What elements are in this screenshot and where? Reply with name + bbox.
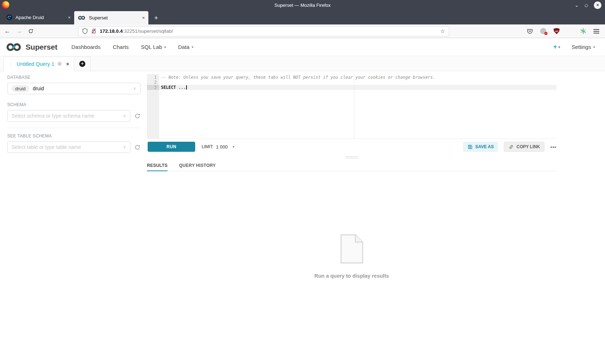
plus-icon: + — [553, 43, 557, 51]
sqllab-sidebar: DATABASE druid druid ∨ SCHEMA Select sch… — [4, 71, 140, 153]
print-margin-line — [354, 74, 354, 138]
shield-icon[interactable] — [82, 28, 88, 34]
nav-label: Dashboards — [71, 44, 100, 50]
drag-handle-icon[interactable]: ⋮ — [9, 61, 13, 67]
run-button[interactable]: RUN — [148, 142, 195, 152]
brand-name: Superset — [26, 43, 57, 51]
nav-label: Data — [178, 44, 190, 50]
results-tab-bar: RESULTS QUERY HISTORY — [147, 160, 556, 171]
query-tab-untitled-query-1[interactable]: ⋮ Untitled Query 1 × — [4, 56, 74, 71]
cookie-extension-icon[interactable] — [567, 28, 573, 34]
browser-tab-superset[interactable]: Superset × — [74, 11, 148, 24]
database-select[interactable]: druid druid ∨ — [7, 83, 140, 94]
firefox-logo-icon — [2, 1, 9, 9]
new-object-button[interactable]: + ▾ — [553, 43, 560, 51]
browser-tab-label: Apache Druid — [15, 15, 44, 20]
window-title: Superset — Mozilla Firefox — [0, 3, 605, 8]
database-label: DATABASE — [7, 75, 140, 80]
close-icon[interactable]: × — [142, 15, 145, 21]
pane-resize-divider[interactable] — [147, 155, 556, 160]
sql-editor-pane: 1 2 3 -- Note: Unless you save your quer… — [147, 71, 556, 279]
text-cursor — [186, 85, 187, 90]
nav-dashboards[interactable]: Dashboards — [71, 44, 100, 50]
sql-code-editor[interactable]: 1 2 3 -- Note: Unless you save your quer… — [147, 74, 556, 139]
forward-button: → — [16, 28, 22, 35]
firefox-titlebar: Superset — Mozilla Firefox ⌄ ◇ × — [0, 0, 605, 10]
close-icon[interactable]: × — [68, 15, 71, 20]
line-number: 2 — [147, 80, 159, 85]
toolbar-right: SAVE AS COPY LINK ••• — [463, 142, 556, 152]
line-number: 1 — [147, 75, 159, 80]
tab-query-history[interactable]: QUERY HISTORY — [179, 160, 216, 171]
refresh-schemas-icon[interactable] — [134, 113, 140, 119]
reload-icon[interactable] — [28, 28, 33, 34]
browser-tab-apache-druid[interactable]: Apache Druid × — [3, 11, 74, 23]
pocket-icon[interactable] — [527, 28, 533, 34]
table-placeholder: Select table or type table name — [12, 144, 81, 150]
editor-gutter: 1 2 3 — [147, 74, 159, 138]
database-badge: druid — [12, 85, 29, 92]
extension-disabled-icon[interactable]: × — [540, 28, 546, 34]
address-bar[interactable]: 172.18.0.4:32251/superset/sqllab/ ☆ — [78, 26, 449, 36]
copy-link-label: COPY LINK — [516, 144, 540, 149]
extension-error-badge: × — [544, 32, 547, 35]
superset-favicon-icon — [78, 15, 86, 20]
query-tab-label: Untitled Query 1 — [17, 61, 54, 67]
schema-placeholder: Select schema or type schema name — [12, 113, 94, 119]
query-tab-strip: ⋮ Untitled Query 1 × + — [0, 56, 605, 71]
nav-sql-lab[interactable]: SQL Lab ▾ — [141, 44, 166, 50]
superset-brand[interactable]: Superset — [6, 42, 57, 52]
copy-link-button[interactable]: COPY LINK — [504, 142, 544, 152]
editor-code: -- Note: Unless you save your query, the… — [159, 75, 556, 90]
chevron-down-icon: ∨ — [123, 113, 126, 118]
url-text: 172.18.0.4:32251/superset/sqllab/ — [100, 28, 173, 34]
close-icon[interactable]: × — [66, 61, 69, 67]
document-icon — [340, 234, 363, 264]
results-empty-state: Run a query to display results — [147, 234, 556, 279]
url-path: :32251/superset/sqllab/ — [123, 28, 173, 34]
chevron-down-icon: ∨ — [123, 145, 126, 150]
nav-charts[interactable]: Charts — [113, 44, 129, 50]
superset-logo-icon — [6, 42, 22, 52]
link-icon — [508, 144, 514, 150]
superset-navbar: Superset Dashboards Charts SQL Lab ▾ Dat… — [0, 38, 605, 56]
chevron-down-icon: ▾ — [559, 45, 560, 49]
more-actions-button[interactable]: ••• — [550, 144, 556, 150]
settings-menu[interactable]: Settings ▾ — [572, 44, 595, 50]
sql-comment: -- Note: Unless you save your query, the… — [161, 75, 435, 80]
navbar-right: + ▾ Settings ▾ — [553, 43, 599, 51]
extension-icons: × UO — [527, 28, 601, 34]
line-number-active: 3 — [147, 85, 159, 90]
schema-label: SCHEMA — [7, 102, 140, 107]
bookmark-star-icon[interactable]: ☆ — [440, 28, 445, 35]
save-icon — [467, 144, 473, 150]
table-schema-label: SEE TABLE SCHEMA — [7, 133, 140, 138]
plus-circle-icon: + — [79, 61, 85, 67]
table-select[interactable]: Select table or type table name ∨ — [7, 141, 130, 153]
refresh-tables-icon[interactable] — [134, 144, 140, 150]
url-host: 172.18.0.4 — [100, 28, 123, 34]
back-button[interactable]: ← — [4, 28, 10, 35]
window-close-icon[interactable]: × — [594, 1, 601, 9]
limit-dropdown[interactable]: LIMIT: 1 000 ▾ — [202, 144, 234, 150]
resize-grip-icon[interactable] — [346, 156, 358, 158]
nav-label: Charts — [113, 44, 129, 50]
window-maximize-icon[interactable]: ◇ — [584, 3, 588, 8]
menu-hamburger-icon[interactable] — [593, 31, 599, 32]
chevron-down-icon: ▾ — [164, 45, 166, 49]
save-as-button[interactable]: SAVE AS — [463, 142, 498, 152]
window-minimize-icon[interactable]: ⌄ — [575, 3, 579, 8]
schema-select[interactable]: Select schema or type schema name ∨ — [7, 110, 130, 122]
sqllab-content: DATABASE druid druid ∨ SCHEMA Select sch… — [0, 71, 605, 279]
limit-value: 1 000 — [216, 144, 228, 150]
new-tab-button[interactable]: + — [154, 14, 158, 21]
ublock-origin-icon[interactable]: UO — [554, 28, 560, 34]
settings-label: Settings — [572, 44, 591, 50]
insecure-lock-icon[interactable] — [91, 28, 97, 34]
add-query-tab[interactable]: + — [74, 56, 91, 71]
tab-results[interactable]: RESULTS — [147, 160, 167, 171]
nav-data[interactable]: Data ▾ — [178, 44, 193, 50]
browser-url-toolbar: ← → 172.18.0.4:32251/superset/sqllab/ ☆ … — [0, 24, 605, 38]
colorful-asterisk-extension-icon[interactable] — [580, 28, 586, 34]
sidebar-divider — [7, 128, 140, 128]
